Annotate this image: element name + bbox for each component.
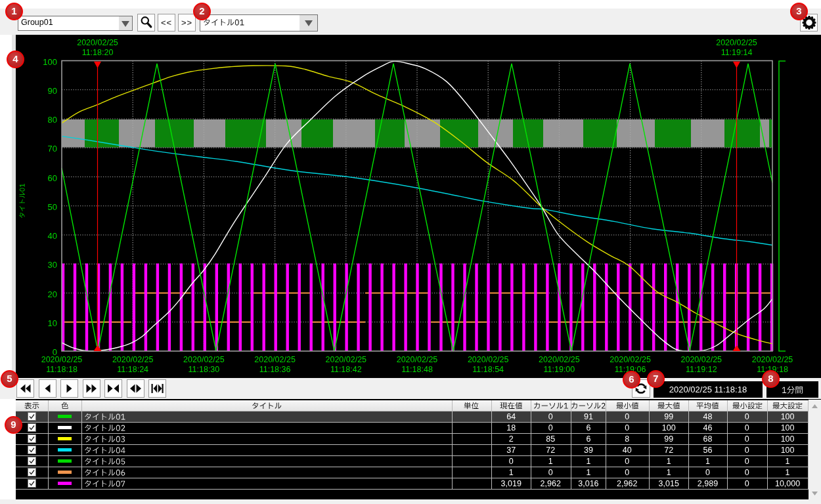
svg-text:11:18:20: 11:18:20 <box>82 48 114 57</box>
svg-text:11:18:36: 11:18:36 <box>259 365 291 374</box>
svg-text:11:19:12: 11:19:12 <box>686 365 717 374</box>
svg-text:11:18:54: 11:18:54 <box>472 365 504 374</box>
svg-text:2020/02/25: 2020/02/25 <box>716 38 757 47</box>
svg-text:11:18:30: 11:18:30 <box>189 365 220 374</box>
svg-text:11:18:24: 11:18:24 <box>117 365 148 374</box>
svg-text:60: 60 <box>48 173 57 183</box>
svg-text:70: 70 <box>48 144 57 154</box>
svg-text:2020/02/25: 2020/02/25 <box>326 355 367 364</box>
svg-text:2020/02/25: 2020/02/25 <box>752 355 793 364</box>
svg-text:11:19:00: 11:19:00 <box>544 365 575 374</box>
svg-text:2020/02/25: 2020/02/25 <box>254 355 296 364</box>
svg-text:90: 90 <box>48 86 57 96</box>
svg-text:2020/02/25: 2020/02/25 <box>539 355 580 364</box>
svg-text:2020/02/25: 2020/02/25 <box>183 355 225 364</box>
svg-text:2020/02/25: 2020/02/25 <box>41 355 83 364</box>
svg-text:50: 50 <box>48 202 57 212</box>
svg-text:11:18:42: 11:18:42 <box>330 365 362 374</box>
svg-text:11:19:14: 11:19:14 <box>721 48 753 57</box>
svg-text:10: 10 <box>48 318 57 328</box>
svg-text:30: 30 <box>48 260 57 270</box>
svg-text:2020/02/25: 2020/02/25 <box>610 355 651 364</box>
svg-text:2020/02/25: 2020/02/25 <box>468 355 509 364</box>
svg-text:2020/02/25: 2020/02/25 <box>397 355 438 364</box>
svg-text:2020/02/25: 2020/02/25 <box>681 355 722 364</box>
svg-text:11:18:48: 11:18:48 <box>401 365 433 374</box>
svg-text:2020/02/25: 2020/02/25 <box>77 38 118 47</box>
svg-text:20: 20 <box>48 289 57 299</box>
svg-text:2020/02/25: 2020/02/25 <box>112 355 154 364</box>
svg-text:40: 40 <box>48 231 57 241</box>
svg-text:80: 80 <box>48 115 57 125</box>
svg-text:11:18:18: 11:18:18 <box>46 365 78 374</box>
svg-text:100: 100 <box>43 57 57 67</box>
